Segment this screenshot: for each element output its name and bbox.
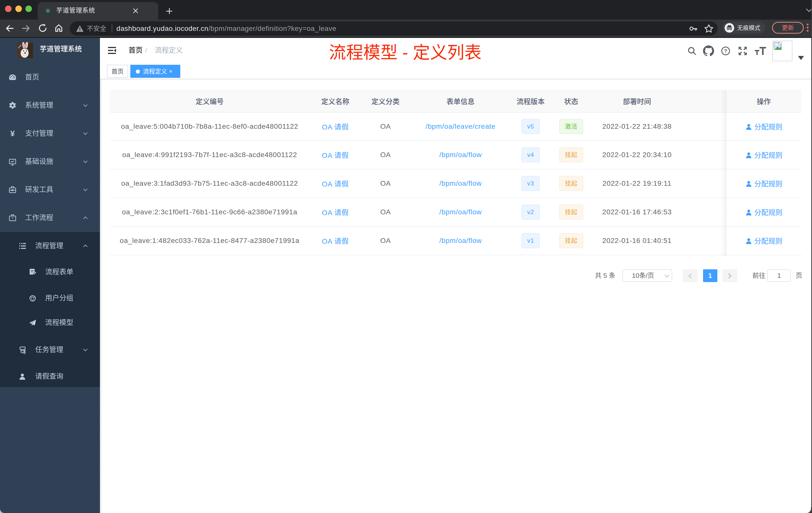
svg-text:?: ? [724,48,727,54]
